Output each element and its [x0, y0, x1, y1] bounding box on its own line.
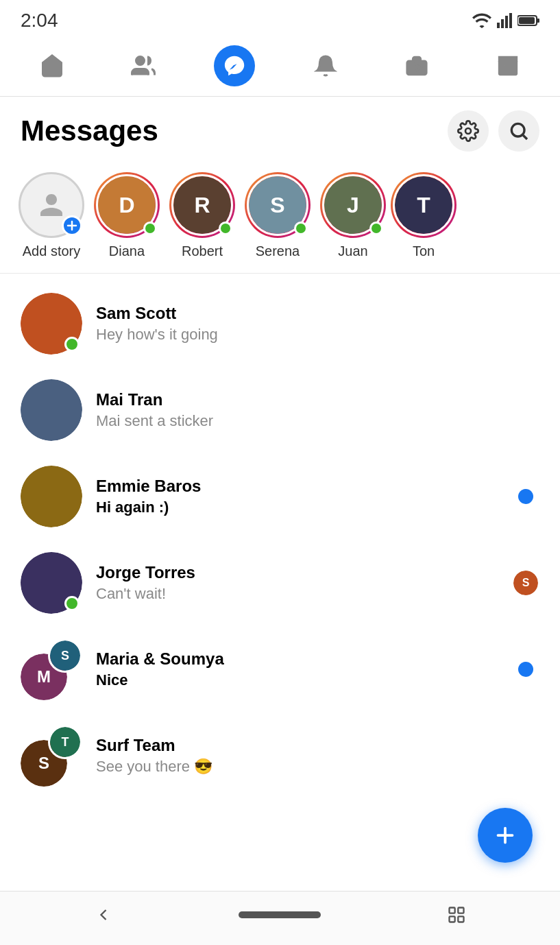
story-item-diana[interactable]: D Diana: [89, 172, 165, 259]
msg-avatar-mai: [21, 379, 82, 441]
msg-name-mai: Mai Tran: [96, 390, 512, 409]
settings-button[interactable]: [448, 110, 489, 152]
online-indicator-serena: [294, 222, 308, 235]
status-icons: [472, 13, 539, 28]
nav-home[interactable]: [32, 45, 73, 86]
msg-right-emmie: [512, 489, 539, 504]
nav-marketplace[interactable]: [487, 45, 528, 86]
story-item-serena[interactable]: S Serena: [240, 172, 315, 259]
search-button[interactable]: [498, 110, 539, 152]
msg-preview-surf: See you there 😎: [96, 758, 512, 776]
status-time: 2:04: [21, 10, 58, 32]
svg-point-7: [136, 57, 145, 65]
recents-button[interactable]: [439, 905, 474, 924]
svg-rect-6: [519, 17, 535, 24]
svg-point-11: [511, 123, 524, 136]
plus-icon: [66, 220, 77, 231]
wifi-icon: [472, 13, 491, 28]
messages-header: Messages: [0, 97, 560, 158]
msg-preview-emmie: Hi again :): [96, 499, 512, 516]
person-icon: [38, 191, 65, 219]
msg-avatar-wrap-mai: [21, 379, 82, 441]
msg-content-sam: Sam Scott Hey how's it going: [82, 304, 512, 344]
msg-avatar-emmie: [21, 466, 82, 527]
stories-row: Add story D Diana R: [0, 158, 560, 266]
plus-fab-icon: [493, 823, 518, 848]
svg-rect-3: [509, 13, 512, 28]
nav-bar: [0, 38, 560, 97]
svg-rect-5: [537, 19, 539, 23]
nav-messenger[interactable]: [214, 45, 255, 86]
back-icon: [94, 905, 113, 924]
message-item-maria-soumya[interactable]: M S Maria & Soumya Nice: [0, 626, 560, 713]
battery-icon: [518, 14, 539, 27]
add-story-label: Add story: [23, 243, 80, 259]
nav-watch[interactable]: [396, 45, 437, 86]
unread-indicator-maria: [518, 662, 533, 677]
story-label-robert: Robert: [182, 243, 223, 259]
nav-notifications[interactable]: [305, 45, 346, 86]
message-item-jorge-torres[interactable]: Jorge Torres Can't wait! S: [0, 540, 560, 626]
signal-icon: [497, 13, 512, 28]
story-item-robert[interactable]: R Robert: [165, 172, 240, 259]
recents-icon: [447, 905, 466, 924]
add-story-avatar: [19, 172, 84, 238]
story-item-juan[interactable]: J Juan: [315, 172, 391, 259]
online-indicator-robert: [219, 222, 232, 235]
message-item-emmie-baros[interactable]: Emmie Baros Hi again :): [0, 453, 560, 540]
svg-rect-2: [505, 16, 508, 28]
msg-content-jorge: Jorge Torres Can't wait!: [82, 563, 512, 603]
msg-preview-sam: Hey how's it going: [96, 326, 512, 344]
msg-content-surf: Surf Team See you there 😎: [82, 736, 512, 776]
msg-right-jorge: S: [512, 571, 539, 595]
svg-line-12: [523, 135, 527, 139]
story-item-ton[interactable]: T Ton: [391, 172, 456, 259]
svg-rect-16: [458, 916, 463, 922]
online-dot-jorge: [64, 596, 80, 611]
story-label-serena: Serena: [256, 243, 300, 259]
msg-avatar-wrap-surf: S T: [21, 725, 82, 787]
story-avatar-ton: T: [391, 172, 456, 238]
new-message-fab[interactable]: [478, 808, 533, 863]
msg-avatar-wrap-group: M S: [21, 638, 82, 700]
story-label-ton: Ton: [413, 243, 435, 259]
msg-preview-jorge: Can't wait!: [96, 585, 512, 603]
msg-name-sam: Sam Scott: [96, 304, 512, 323]
header-actions: [448, 110, 539, 152]
messages-list: Sam Scott Hey how's it going Mai Tran Ma…: [0, 274, 560, 891]
svg-rect-14: [458, 908, 463, 913]
msg-preview-maria: Nice: [96, 671, 512, 689]
message-item-mai-tran[interactable]: Mai Tran Mai sent a sticker: [0, 367, 560, 453]
phone-frame: 2:04: [0, 0, 560, 945]
msg-content-maria: Maria & Soumya Nice: [82, 649, 512, 689]
group-avatar-secondary: S: [48, 638, 82, 673]
msg-name-surf: Surf Team: [96, 736, 512, 755]
msg-avatar-wrap-jorge: [21, 552, 82, 614]
svg-rect-13: [449, 908, 454, 913]
msg-name-jorge: Jorge Torres: [96, 563, 512, 582]
search-icon: [508, 120, 530, 142]
group-avatar-surf-secondary: T: [48, 725, 82, 759]
online-dot-sam: [64, 337, 80, 352]
status-bar: 2:04: [0, 0, 560, 38]
msg-name-maria: Maria & Soumya: [96, 649, 512, 669]
msg-name-emmie: Emmie Baros: [96, 477, 512, 496]
msg-thumb-jorge: S: [513, 571, 538, 595]
svg-rect-1: [501, 19, 504, 28]
msg-content-emmie: Emmie Baros Hi again :): [82, 477, 512, 516]
msg-avatar-wrap-emmie: [21, 466, 82, 527]
home-pill[interactable]: [239, 911, 321, 918]
story-label-juan: Juan: [338, 243, 367, 259]
page-title: Messages: [21, 115, 158, 147]
msg-avatar-wrap-sam: [21, 293, 82, 355]
story-item-add[interactable]: Add story: [14, 172, 89, 259]
message-item-surf-team[interactable]: S T Surf Team See you there 😎: [0, 713, 560, 799]
svg-point-10: [465, 128, 471, 134]
back-button[interactable]: [86, 905, 121, 924]
gear-icon: [457, 120, 479, 142]
message-item-sam-scott[interactable]: Sam Scott Hey how's it going: [0, 280, 560, 367]
add-story-plus: [62, 215, 82, 236]
online-indicator-juan: [369, 222, 383, 235]
svg-rect-0: [497, 23, 500, 28]
nav-friends[interactable]: [123, 45, 164, 86]
